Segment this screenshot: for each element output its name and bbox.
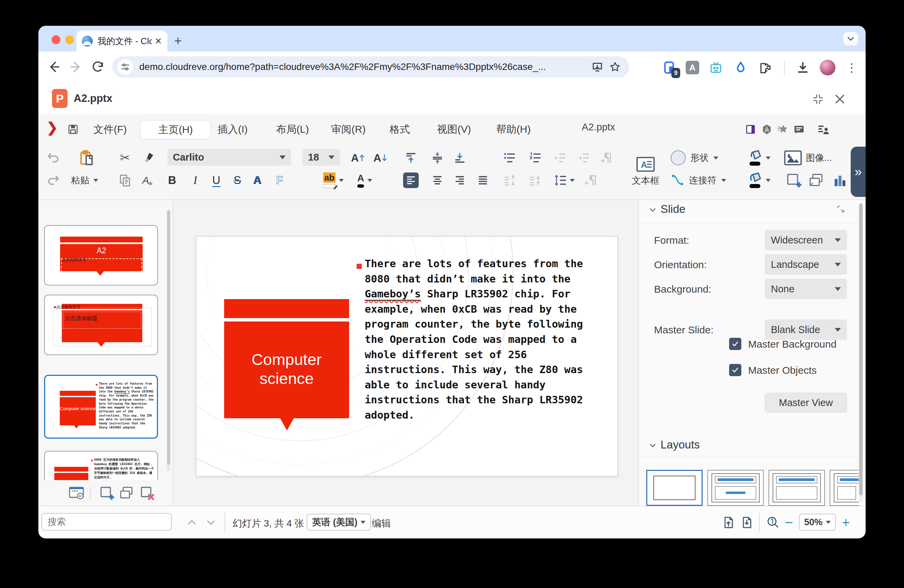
- redo-button[interactable]: [46, 170, 61, 190]
- slide-editing-area[interactable]: Computer science There are lots of featu…: [196, 236, 618, 476]
- underline-button[interactable]: U: [209, 170, 224, 190]
- add-slide-panel-button[interactable]: [98, 485, 115, 501]
- zoom-level-select[interactable]: 50%: [799, 514, 836, 531]
- extension-tv-icon[interactable]: [708, 60, 724, 76]
- browser-tab[interactable]: 我的文件 - Cloudreve ✕: [76, 30, 168, 52]
- decrease-font-button[interactable]: A: [372, 149, 389, 167]
- toolbar-more-button[interactable]: »: [851, 147, 866, 197]
- connector-button[interactable]: 连接符: [671, 170, 726, 190]
- layout-title-only[interactable]: [768, 470, 825, 506]
- menu-help[interactable]: 帮助(H): [493, 120, 534, 139]
- shapes-button[interactable]: 形状: [671, 149, 718, 167]
- font-effects-button[interactable]: F: [272, 170, 287, 190]
- align-justify-button[interactable]: [474, 170, 492, 190]
- collapse-layouts-icon[interactable]: [648, 440, 658, 451]
- font-name-select[interactable]: Carlito: [168, 149, 291, 166]
- align-right-button[interactable]: [451, 170, 468, 190]
- bullet-list-button[interactable]: [501, 149, 519, 167]
- language-select[interactable]: 英语 (美国): [307, 514, 371, 531]
- numbered-list-button[interactable]: [527, 149, 545, 167]
- fill-color-button[interactable]: [747, 170, 771, 190]
- callout-title-shape[interactable]: Computer science: [224, 322, 349, 418]
- extensions-puzzle-icon[interactable]: [758, 60, 773, 76]
- bold-button[interactable]: B: [165, 170, 180, 190]
- align-center-button[interactable]: [429, 170, 446, 190]
- strikethrough-button[interactable]: S: [230, 170, 245, 190]
- format-select[interactable]: Widescreen: [765, 230, 847, 250]
- theme-toggle-icon[interactable]: [741, 120, 760, 139]
- undo-button[interactable]: [46, 149, 61, 167]
- fit-width-button[interactable]: [739, 514, 755, 531]
- duplicate-slide-panel-button[interactable]: [118, 485, 135, 501]
- slide-thumbnail-4[interactable]: Computer science 8080 芯片的很多功能都没有加入 Gameb…: [44, 451, 158, 480]
- advanced-settings-icon[interactable]: [835, 203, 847, 215]
- image-button[interactable]: 图像...: [784, 149, 832, 167]
- highlight-color-button[interactable]: ab: [322, 170, 345, 190]
- align-left-button[interactable]: [402, 170, 419, 190]
- collapse-section-icon[interactable]: [648, 205, 658, 215]
- font-color-button[interactable]: A: [354, 170, 376, 190]
- copy-icon[interactable]: [117, 170, 133, 190]
- search-next-button[interactable]: [204, 516, 218, 529]
- zoom-in-button[interactable]: +: [838, 515, 853, 530]
- master-slide-select[interactable]: Blank Slide: [765, 320, 847, 340]
- shapes-caret[interactable]: [713, 156, 718, 159]
- tab-search-button[interactable]: [843, 32, 858, 46]
- save-button[interactable]: [63, 120, 82, 139]
- site-settings-icon[interactable]: [117, 59, 133, 75]
- chart-button[interactable]: [830, 170, 850, 190]
- menu-layout[interactable]: 布局(L): [273, 120, 313, 139]
- line-spacing-button[interactable]: [550, 170, 578, 190]
- master-objects-checkbox[interactable]: [729, 364, 741, 376]
- thumbnails-scrollbar[interactable]: [167, 210, 171, 471]
- textbox-button[interactable]: A 文本框: [629, 147, 662, 195]
- close-window-button[interactable]: [52, 35, 60, 44]
- italic-button[interactable]: I: [188, 170, 203, 190]
- paste-dropdown-caret[interactable]: [93, 179, 98, 182]
- profile-avatar[interactable]: [820, 60, 835, 76]
- menu-file[interactable]: 文件(F): [90, 120, 130, 139]
- layout-blank-selected[interactable]: [646, 470, 703, 506]
- extension-a-icon[interactable]: A: [684, 60, 700, 76]
- browser-menu-icon[interactable]: ⋮: [844, 60, 860, 76]
- close-viewer-icon[interactable]: [832, 91, 847, 107]
- extension-droplet-icon[interactable]: [733, 60, 749, 76]
- tab-close-icon[interactable]: ✕: [155, 36, 162, 47]
- layout-title-content[interactable]: [707, 470, 764, 506]
- menu-insert[interactable]: 插入(I): [214, 120, 251, 139]
- slide-thumbnail-2[interactable]: 点击添加标题 ●点击添加文字: [44, 295, 158, 355]
- callout-title-text[interactable]: Computer science: [242, 350, 331, 388]
- fit-slide-button[interactable]: [720, 514, 736, 531]
- sidebar-scrollbar[interactable]: [859, 203, 863, 502]
- paste-icon[interactable]: [75, 149, 99, 167]
- valign-middle-button[interactable]: [429, 149, 446, 167]
- bookmark-star-icon[interactable]: [606, 61, 624, 73]
- search-previous-button[interactable]: [184, 516, 199, 529]
- move-slide-up-button[interactable]: [501, 170, 519, 190]
- comments-panel-icon[interactable]: [790, 120, 809, 139]
- font-color-caret[interactable]: [367, 179, 372, 182]
- layout-two-content[interactable]: [830, 470, 859, 506]
- exit-fullscreen-icon[interactable]: [811, 91, 825, 107]
- cut-icon[interactable]: ✂: [117, 149, 133, 167]
- decrease-indent-button[interactable]: [575, 149, 593, 167]
- minimize-window-button[interactable]: [65, 35, 74, 44]
- delete-slide-button[interactable]: [139, 485, 155, 501]
- valign-top-button[interactable]: [402, 149, 419, 167]
- zoom-100-button[interactable]: [765, 514, 781, 531]
- back-button[interactable]: [46, 59, 62, 75]
- add-slide-button[interactable]: [784, 170, 803, 190]
- increase-indent-button[interactable]: [551, 149, 569, 167]
- master-background-checkbox[interactable]: [729, 338, 741, 350]
- slide-thumbnail-1[interactable]: A2 点击添加文字: [44, 225, 158, 285]
- connector-caret[interactable]: [721, 179, 726, 182]
- slide-thumbnail-3-selected[interactable]: Computer science There are lots of featu…: [44, 375, 158, 438]
- extension-password-icon[interactable]: 9: [662, 60, 678, 76]
- menu-review[interactable]: 审阅(R): [328, 120, 369, 139]
- address-bar[interactable]: demo.cloudreve.org/home?path=cloudreve%3…: [112, 56, 629, 77]
- valign-bottom-button[interactable]: [451, 149, 468, 167]
- forward-button[interactable]: [68, 59, 84, 75]
- start-slideshow-button[interactable]: [68, 485, 85, 501]
- fill-color-caret[interactable]: [766, 179, 771, 182]
- superscript-button[interactable]: A: [250, 170, 264, 190]
